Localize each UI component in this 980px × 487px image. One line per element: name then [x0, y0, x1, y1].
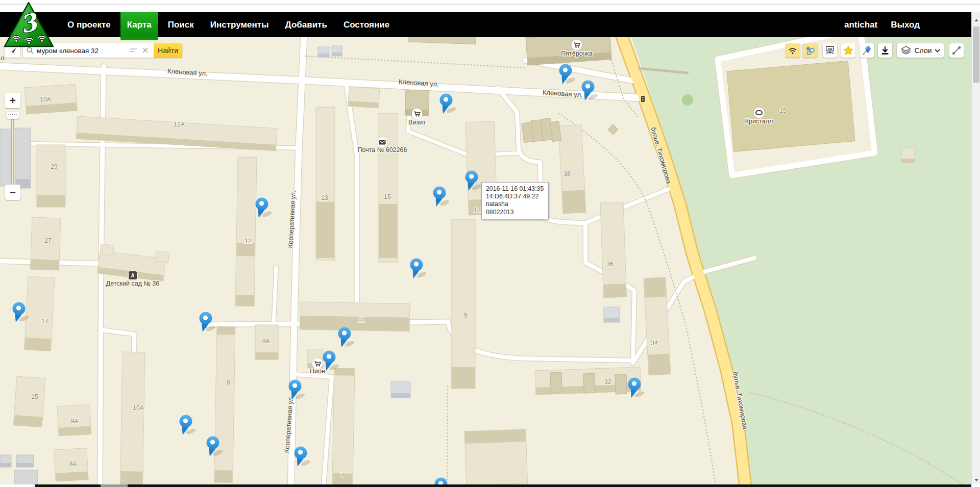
oval-icon: [754, 108, 765, 118]
house-number: 8A: [69, 460, 77, 468]
building: [214, 326, 235, 483]
fullscreen-button[interactable]: [949, 43, 964, 58]
house-number: 10A: [40, 96, 51, 103]
house-number: 12: [474, 207, 481, 214]
filter-icon[interactable]: [129, 47, 137, 54]
nav-logout-link[interactable]: Выход: [891, 12, 920, 37]
divider-line: [0, 4, 980, 5]
pushpin-button[interactable]: [860, 43, 874, 58]
building: [332, 46, 342, 56]
house-number: 38: [564, 170, 571, 177]
browser-top-strip: [0, 0, 980, 12]
building: [901, 147, 915, 163]
ip-scan-button[interactable]: 192: [823, 43, 837, 58]
road: [274, 267, 276, 324]
road: [525, 358, 634, 361]
svg-text:А: А: [131, 273, 134, 278]
building: [348, 87, 380, 108]
poi-label: Детский сад № 36: [106, 280, 160, 287]
tooltip-essid: natasha: [486, 200, 544, 208]
taskbar-gray-segment: [101, 484, 128, 487]
clear-icon[interactable]: [142, 47, 149, 54]
building: [24, 84, 77, 114]
nav-item-map[interactable]: Карта: [120, 12, 158, 37]
house-number: 17: [41, 318, 48, 325]
building: [379, 113, 398, 262]
star-icon: [842, 44, 854, 57]
layers-label: Слои: [914, 46, 932, 55]
building: [332, 368, 355, 484]
building: [615, 374, 627, 394]
download-button[interactable]: [878, 43, 892, 58]
house-number: 9A: [71, 418, 79, 425]
building: [550, 372, 562, 393]
building: [316, 107, 335, 260]
svg-text:192: 192: [827, 47, 832, 50]
layers-button[interactable]: Слои: [897, 43, 944, 58]
cart-icon: [572, 40, 582, 50]
building: [600, 202, 626, 297]
cart-icon: [412, 109, 423, 119]
building: [727, 61, 855, 151]
scroll-down-button[interactable]: [972, 476, 980, 484]
building: [13, 376, 45, 427]
marker-tooltip: 2016-11-16 01:43:35 14:D6:4D:37:49:22 na…: [481, 182, 549, 219]
taskbar-strip: [0, 484, 980, 487]
nav-item-tools[interactable]: Инструменты: [204, 12, 276, 37]
expand-arrows-icon: [951, 45, 962, 56]
nav-item-status[interactable]: Состояние: [337, 12, 396, 37]
zoom-out-button[interactable]: −: [5, 185, 20, 200]
building: [300, 302, 410, 331]
vertical-scrollbar[interactable]: [971, 12, 980, 487]
tooltip-bssid: 14:D6:4D:37:49:22: [486, 193, 544, 200]
house-number: 12A: [174, 121, 184, 128]
scrollbar-thumb[interactable]: [973, 27, 979, 83]
poi-label: Кристалл: [745, 118, 773, 125]
favorites-button[interactable]: [841, 43, 855, 58]
logo-3wifi[interactable]: 3: [3, 1, 55, 49]
house-number: 12: [244, 238, 252, 245]
house-number: 11: [358, 317, 365, 324]
building: [24, 276, 54, 351]
zoom-in-button[interactable]: +: [5, 93, 20, 108]
house-number: 15: [31, 393, 38, 400]
building: [0, 455, 11, 467]
house-number: 15: [384, 193, 391, 200]
building: [558, 125, 586, 214]
building: [100, 244, 114, 255]
ip-192-icon: 192: [824, 44, 836, 57]
nav-username-link[interactable]: antichat: [844, 12, 877, 37]
nav-item-about[interactable]: О проекте: [61, 12, 117, 37]
map-canvas[interactable]: ПятёрочкаВизитПочта № 602266КристаллАДет…: [0, 0, 971, 484]
building: [14, 470, 38, 484]
house-number: 32: [604, 378, 611, 386]
nav-item-search[interactable]: Поиск: [161, 12, 201, 37]
house-number: 13: [321, 194, 328, 201]
find-button[interactable]: Найти: [154, 43, 182, 58]
building: [583, 373, 595, 393]
house-number: 27: [44, 237, 52, 244]
pushpin-icon: [861, 44, 873, 57]
wifi-layer-button[interactable]: [786, 43, 800, 58]
clusters-button[interactable]: [803, 43, 817, 58]
house-number: 34: [651, 340, 658, 347]
building: [604, 307, 620, 322]
nav-user-area: antichat Выход: [844, 12, 920, 37]
zoom-ruler-button[interactable]: :::::: [7, 112, 19, 119]
wifi-icon: [787, 45, 798, 56]
building: [464, 429, 528, 484]
nav-item-add[interactable]: Добавить: [279, 12, 334, 37]
house-number: 29: [51, 163, 58, 170]
tooltip-datetime: 2016-11-16 01:43:35: [486, 185, 544, 193]
poi-label: Пион: [310, 368, 325, 375]
building: [155, 251, 169, 263]
building: [16, 455, 34, 467]
poi-label: Почта № 602266: [358, 146, 407, 153]
scroll-up-button[interactable]: [972, 16, 980, 24]
building: [318, 47, 329, 57]
building: [391, 381, 410, 398]
clusters-icon: [804, 45, 816, 56]
taskbar-dark-segment: [35, 484, 971, 487]
nav-menu: О проекте Карта Поиск Инструменты Добави…: [0, 12, 398, 37]
zoom-slider-track[interactable]: [11, 119, 14, 185]
